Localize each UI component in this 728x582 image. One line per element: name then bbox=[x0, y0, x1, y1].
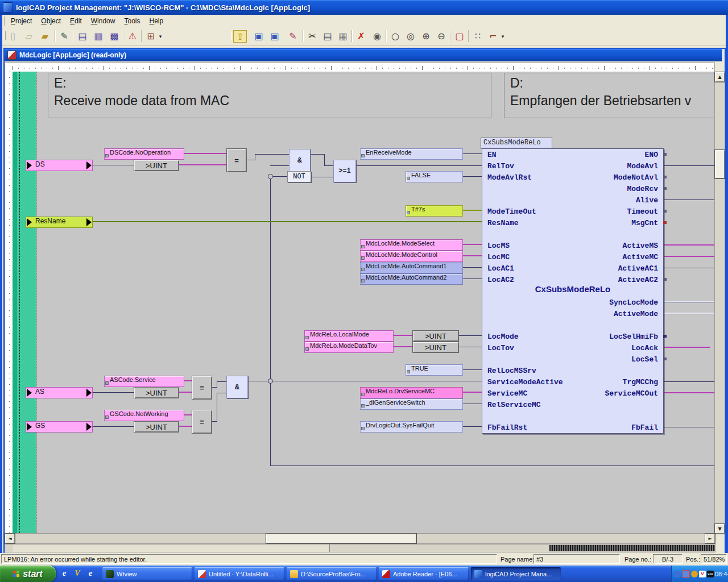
uint-converter[interactable]: >UINT bbox=[412, 342, 459, 353]
vertical-scrollbar[interactable] bbox=[714, 72, 725, 534]
menu-edit[interactable]: Edit bbox=[65, 16, 86, 26]
fb-pin: EN bbox=[487, 151, 497, 160]
not-gate[interactable]: NOT bbox=[287, 171, 311, 182]
operand-modecontrol[interactable]: MdcLocMde.ModeControl bbox=[360, 251, 463, 262]
comment-box-english[interactable]: E: Receive mode data from MAC bbox=[48, 73, 491, 118]
search-error-icon[interactable]: ◉ bbox=[370, 29, 384, 43]
operand-modeselect[interactable]: MdcLocMde.ModeSelect bbox=[360, 239, 463, 251]
wire bbox=[663, 199, 714, 200]
tray-audio-icon[interactable] bbox=[691, 571, 698, 577]
or-gate[interactable]: >=1 bbox=[333, 160, 356, 182]
zoom-in-icon[interactable]: ⊕ bbox=[419, 29, 433, 43]
paste-icon[interactable]: ▦ bbox=[336, 29, 350, 43]
windows-flag-icon bbox=[13, 571, 20, 577]
operand-dscode[interactable]: DSCode.NoOperation bbox=[104, 148, 184, 160]
operand-autocommand2[interactable]: MdcLocMde.AutoCommand2 bbox=[360, 273, 463, 285]
uint-converter[interactable]: >UINT bbox=[412, 330, 459, 342]
dropdown-caret-icon[interactable]: ▾ bbox=[158, 29, 163, 43]
menu-project[interactable]: Project bbox=[6, 16, 36, 26]
zoom-page-icon[interactable]: ◎ bbox=[403, 29, 418, 43]
input-connector-resname[interactable]: ResName bbox=[26, 217, 93, 228]
taskbar-task-adobe[interactable]: Adobe Reader - [E06... bbox=[379, 567, 469, 580]
fb-type-tab[interactable]: CxSubsModeReLo bbox=[481, 138, 552, 149]
operand-digenserviceswitch[interactable]: _diGenServiceSwitch bbox=[360, 398, 463, 410]
pin-stub bbox=[663, 357, 667, 360]
uint-converter[interactable]: >UINT bbox=[134, 160, 179, 171]
scroll-left-arrow[interactable]: ◄ bbox=[5, 534, 15, 543]
zoom-out-icon[interactable]: ⊖ bbox=[434, 29, 449, 43]
menu-object[interactable]: Object bbox=[36, 16, 65, 26]
tray-antivirus-icon[interactable]: V bbox=[699, 571, 706, 577]
uint-converter[interactable]: >UINT bbox=[134, 421, 179, 433]
scroll-right-arrow[interactable]: ► bbox=[705, 534, 715, 543]
tile-horizontal-icon[interactable]: ▤ bbox=[75, 29, 90, 43]
dropdown-caret-icon[interactable]: ▾ bbox=[500, 29, 506, 43]
tray-pc-icon[interactable] bbox=[682, 570, 690, 578]
horizontal-scroll-thumb[interactable] bbox=[266, 534, 416, 543]
graphic-editor-icon[interactable]: ✎ bbox=[286, 29, 300, 43]
operand-true[interactable]: TRUE bbox=[406, 364, 463, 376]
tray-xml-icon[interactable]: xml bbox=[707, 571, 714, 577]
uint-converter[interactable]: >UINT bbox=[134, 387, 179, 398]
cascade-windows-icon[interactable]: ▩ bbox=[107, 29, 122, 43]
comment-box-german[interactable]: D: Empfangen der Betriebsarten v bbox=[504, 73, 721, 118]
eq-gate[interactable]: = bbox=[226, 148, 247, 172]
operand-enreceivemode[interactable]: EnReceiveMode bbox=[360, 148, 463, 160]
eq-gate[interactable]: = bbox=[192, 376, 212, 400]
quicklaunch-mail-icon[interactable]: e bbox=[59, 568, 69, 579]
scroll-down-arrow[interactable]: ▼ bbox=[715, 524, 725, 534]
delete-icon[interactable]: ✗ bbox=[354, 29, 369, 43]
input-connector-ds[interactable]: DS bbox=[26, 160, 93, 171]
menu-help[interactable]: Help bbox=[144, 16, 168, 26]
quicklaunch-media-icon[interactable]: V bbox=[72, 568, 82, 579]
wire bbox=[663, 347, 710, 348]
save-icon[interactable]: ▣ bbox=[251, 29, 266, 43]
operand-ascode[interactable]: ASCode.Service bbox=[104, 376, 184, 387]
operand-sysfailquit[interactable]: DrvLogicOut.SysFailQuit bbox=[360, 421, 463, 433]
connection-mode-icon[interactable]: ⌐ bbox=[486, 29, 500, 43]
taskbar-task-explorer[interactable]: D:\SourceProBas\Fro... bbox=[287, 567, 377, 580]
save-all-icon[interactable]: ▣ bbox=[267, 29, 282, 43]
error-list-icon[interactable]: ⚠ bbox=[125, 29, 140, 43]
input-connector-as[interactable]: AS bbox=[26, 387, 93, 398]
tray-network-icon[interactable] bbox=[674, 571, 681, 577]
wire bbox=[255, 154, 255, 160]
taskbar-task-wtview[interactable]: Wtview bbox=[102, 567, 192, 580]
operand-drvservicemc[interactable]: MdcReLo.DrvServiceMC bbox=[360, 387, 463, 398]
object-properties-icon[interactable]: ✎ bbox=[57, 29, 72, 43]
menu-window[interactable]: Window bbox=[86, 16, 120, 26]
taskbar-task-untitled[interactable]: Untitled - Y:\DataRolli... bbox=[195, 567, 284, 580]
zoom-icon[interactable]: ○ bbox=[388, 29, 403, 43]
zoom-selection-icon[interactable]: ▢ bbox=[452, 29, 467, 43]
pin-stub bbox=[663, 176, 667, 178]
operand-autocommand1[interactable]: MdcLocMde.AutoCommand1 bbox=[360, 262, 463, 273]
menu-tools[interactable]: Tools bbox=[119, 16, 144, 26]
open-project-icon[interactable]: ▰ bbox=[38, 29, 52, 43]
operand-gscode[interactable]: GSCode.NotWorking bbox=[104, 410, 184, 421]
taskbar-task-logicad[interactable]: logiCAD Project Mana... bbox=[471, 567, 561, 580]
copy-icon[interactable]: ▤ bbox=[320, 29, 335, 43]
input-connector-gs[interactable]: GS bbox=[26, 421, 93, 433]
operand-timeout-literal[interactable]: T#7s bbox=[406, 205, 463, 217]
start-button[interactable]: start bbox=[0, 566, 56, 582]
eq-gate[interactable]: = bbox=[192, 410, 212, 434]
new-document-icon[interactable]: ▯ bbox=[6, 29, 20, 43]
vertical-scroll-thumb[interactable] bbox=[715, 150, 725, 178]
quicklaunch-browser-icon[interactable]: e bbox=[85, 568, 96, 579]
wire bbox=[246, 381, 482, 381]
operand-localmode[interactable]: MdcReLo.LocalMode bbox=[304, 330, 394, 342]
grid-icon[interactable]: ∷ bbox=[470, 29, 485, 43]
window-overview-icon[interactable]: ⊞ bbox=[143, 29, 158, 43]
tile-vertical-icon[interactable]: ▥ bbox=[91, 29, 106, 43]
function-block[interactable]: EN RelTov ModeAvlRst ModeTimeOut ResName… bbox=[482, 148, 664, 434]
cut-icon[interactable]: ✂ bbox=[305, 29, 320, 43]
operand-modedatatov[interactable]: MdcReLo.ModeDataTov bbox=[304, 342, 394, 353]
and-gate[interactable]: & bbox=[226, 376, 248, 398]
operand-false[interactable]: FALSE bbox=[406, 171, 463, 182]
folder-up-icon[interactable]: ⇧ bbox=[233, 30, 247, 43]
and-gate[interactable]: & bbox=[289, 149, 311, 172]
wire bbox=[178, 164, 226, 165]
scroll-up-arrow[interactable]: ▲ bbox=[715, 72, 725, 82]
tray-clock[interactable]: 08:44 bbox=[715, 571, 728, 577]
open-document-icon[interactable]: ▱ bbox=[22, 29, 36, 43]
